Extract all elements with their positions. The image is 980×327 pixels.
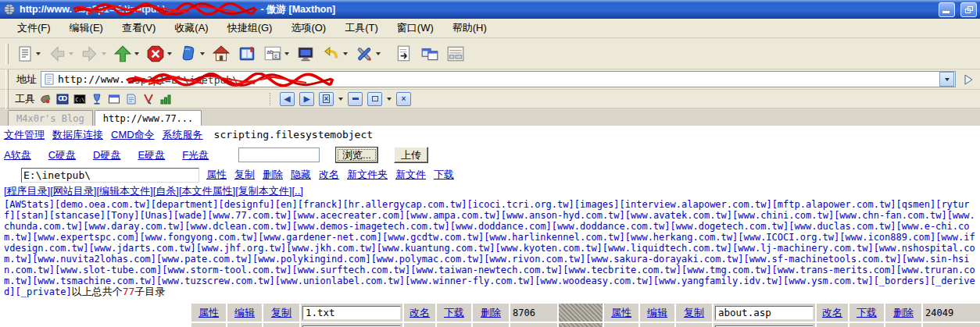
- directory-link[interactable]: [wade]: [173, 210, 207, 221]
- dropdown-caret[interactable]: [343, 52, 348, 55]
- file-rename-link[interactable]: 改名: [817, 304, 848, 322]
- drive-link[interactable]: F光盘: [182, 148, 209, 162]
- shortcut-link[interactable]: [本文件属性]: [179, 185, 235, 197]
- directory-link[interactable]: [www.anson-hyd.com.tw]: [501, 210, 625, 221]
- path-action-link[interactable]: 删除: [263, 168, 283, 182]
- tools-button[interactable]: [352, 42, 384, 66]
- collector-button[interactable]: [38, 92, 52, 106]
- menu-item[interactable]: 编辑(E): [60, 20, 113, 37]
- dropdown-caret[interactable]: [376, 52, 381, 55]
- directory-link[interactable]: [www.polykingind.com]: [252, 254, 371, 265]
- directory-link[interactable]: [department]: [151, 199, 219, 210]
- directory-link[interactable]: [www.herkang.com.tw]: [625, 232, 739, 243]
- directory-link[interactable]: [www.daray.com.tw]: [83, 221, 184, 232]
- upload-button[interactable]: 上传: [394, 147, 428, 163]
- path-action-link[interactable]: 复制: [234, 168, 255, 182]
- address-dropdown-button[interactable]: [939, 72, 954, 87]
- file-delete-link[interactable]: 删除: [885, 323, 921, 327]
- directory-link[interactable]: [www.fongyong.com.tw]: [139, 232, 258, 243]
- file-attr-link[interactable]: 属性: [604, 323, 638, 327]
- refresh-button[interactable]: [176, 42, 208, 66]
- menu-item[interactable]: 选项(O): [281, 20, 335, 37]
- menu-item[interactable]: 收藏(A): [165, 20, 217, 37]
- file-rename-link[interactable]: 改名: [404, 323, 435, 327]
- path-action-link[interactable]: 下载: [434, 168, 454, 182]
- directory-link[interactable]: [www.doddance.com.tw]: [552, 221, 671, 232]
- shortcut-link[interactable]: [..]: [291, 185, 302, 197]
- file-edit-link[interactable]: 编辑: [640, 323, 674, 327]
- dropdown-caret[interactable]: [200, 52, 205, 55]
- dropdown-caret[interactable]: [134, 52, 139, 55]
- directory-link[interactable]: [www.doddance.com]: [450, 221, 552, 232]
- directory-link[interactable]: [www.woodeasy.com.tw]: [535, 275, 653, 286]
- file-rename-link[interactable]: 改名: [817, 323, 848, 327]
- file-attr-link[interactable]: 属性: [604, 304, 638, 322]
- compose-button[interactable]: [392, 42, 417, 66]
- menu-item[interactable]: 文件(F): [8, 20, 60, 37]
- directory-link[interactable]: [stan]: [15, 210, 48, 221]
- browse-button[interactable]: 浏览...: [335, 147, 378, 163]
- directory-link[interactable]: [www.demos-imagetech.com.tw]: [291, 221, 449, 232]
- directory-link[interactable]: [www.ysm.com.tw]: [783, 275, 874, 286]
- path-action-link[interactable]: 新文件夹: [347, 168, 388, 182]
- dropdown-caret[interactable]: [36, 52, 41, 55]
- shell-nav-link[interactable]: 系统服务: [163, 128, 203, 142]
- forward-button[interactable]: [77, 42, 109, 66]
- minimize-button[interactable]: [939, 2, 955, 17]
- directory-link[interactable]: [en]: [275, 199, 298, 210]
- close-tab-button[interactable]: ×: [319, 92, 334, 106]
- tab-m4x0r-blog[interactable]: M4x0r's Blog: [8, 110, 93, 126]
- path-action-link[interactable]: 改名: [319, 168, 339, 182]
- file-edit-link[interactable]: 编辑: [227, 323, 262, 327]
- file-delete-link[interactable]: 删除: [885, 304, 921, 322]
- filename-input[interactable]: [302, 306, 401, 320]
- directory-link[interactable]: [www.tecbrite.com.tw]: [563, 265, 681, 275]
- directory-link[interactable]: [www.tmg.com.tw]: [681, 265, 772, 275]
- directory-link[interactable]: [www.duclas.com.tw]: [789, 221, 896, 232]
- directory-link[interactable]: [demo.oea.com.tw]: [55, 199, 151, 210]
- previous-tab-button[interactable]: ◀: [280, 92, 295, 106]
- directory-link[interactable]: [www.slot-tube.com]: [55, 265, 162, 275]
- directory-link[interactable]: [www.jhf.org.tw]: [196, 243, 287, 254]
- dropdown-caret[interactable]: [284, 52, 289, 55]
- shell-nav-link[interactable]: CMD命令: [111, 128, 155, 142]
- path-action-link[interactable]: 新文件: [395, 168, 426, 182]
- next-tab-button[interactable]: ▶: [299, 92, 314, 106]
- tab-current-site[interactable]: http://www.77...: [95, 110, 202, 126]
- directory-link[interactable]: [www.tuzscrew.com.tw]: [156, 275, 275, 286]
- screen-capture-button[interactable]: [293, 42, 318, 66]
- shortcut-link[interactable]: [复制本文件]: [235, 185, 291, 197]
- popup-window-button[interactable]: [106, 92, 121, 106]
- directory-link[interactable]: [Tony]: [106, 210, 139, 221]
- minimize-page-button[interactable]: [348, 92, 363, 106]
- shortcut-link[interactable]: [网站目录]: [50, 185, 96, 197]
- directory-link[interactable]: [www.unionlabel.com.tw]: [275, 275, 405, 286]
- file-delete-link[interactable]: 删除: [473, 304, 509, 322]
- directory-link[interactable]: [www.tsmachine.com.tw]: [32, 275, 156, 286]
- directory-link[interactable]: [www.harlinkennel.com.tw]: [484, 232, 625, 243]
- directory-link[interactable]: [www.gcdtw.com.tw]: [382, 232, 484, 243]
- directory-link[interactable]: [www.acecreater.com]: [292, 210, 406, 221]
- directory-link[interactable]: [images]: [574, 199, 620, 210]
- directory-link[interactable]: [www.yangfamily.idv.tw]: [653, 275, 783, 286]
- toolsrow-grip[interactable]: [5, 89, 9, 109]
- close-page-button[interactable]: ×: [396, 92, 411, 106]
- shell-nav-link[interactable]: 文件管理: [4, 128, 45, 142]
- go-button[interactable]: [960, 71, 977, 87]
- directory-link[interactable]: [franck]: [298, 199, 343, 210]
- path-action-link[interactable]: 属性: [206, 168, 227, 182]
- directory-link[interactable]: [stancase]: [49, 210, 106, 221]
- home-button[interactable]: [209, 42, 234, 66]
- directory-link[interactable]: [www.kyoten.com.tw]: [495, 243, 603, 254]
- directory-link[interactable]: [www.kuantung.com.tw]: [377, 243, 495, 254]
- drive-link[interactable]: C硬盘: [48, 148, 76, 162]
- restore-page-dropdown-caret[interactable]: [387, 98, 392, 101]
- menu-item[interactable]: 帮助(H): [443, 20, 496, 37]
- restore-button[interactable]: [960, 2, 977, 17]
- directory-link[interactable]: [www.taiwan-newtech.com.tw]: [410, 265, 563, 275]
- address-input[interactable]: http://www. asp?p1=E:\inetpub\: [41, 71, 956, 87]
- upload-file-input[interactable]: [238, 148, 320, 162]
- directory-link[interactable]: [www.ampa.com.tw]: [405, 210, 501, 221]
- close-tab-dropdown-caret[interactable]: [338, 98, 343, 101]
- shortcut-link[interactable]: [自杀]: [153, 185, 179, 197]
